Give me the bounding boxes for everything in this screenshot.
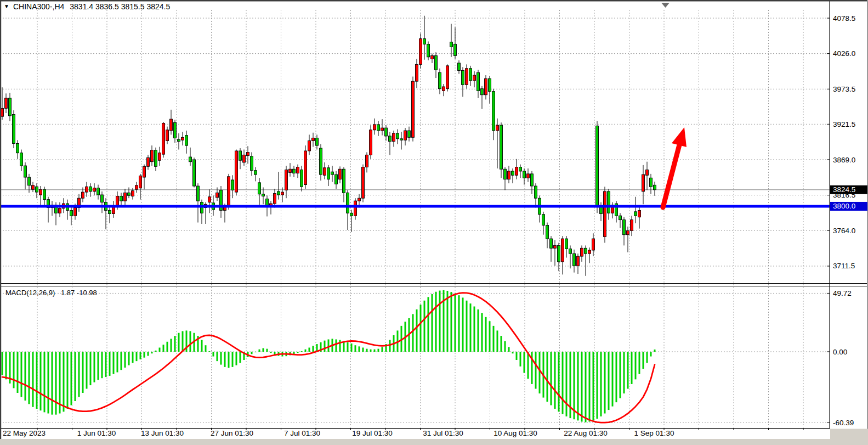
ohlc-readout: 3831.4 3836.5 3815.5 3824.5 xyxy=(70,2,170,11)
svg-text:22 May 2023: 22 May 2023 xyxy=(3,429,46,437)
svg-text:3869.0: 3869.0 xyxy=(833,156,855,164)
svg-text:3824.5: 3824.5 xyxy=(833,185,855,194)
svg-text:27 Jun 01:30: 27 Jun 01:30 xyxy=(211,429,253,437)
svg-text:3800.0: 3800.0 xyxy=(833,202,855,210)
price-badge-3824.5: 3824.5 xyxy=(830,185,867,194)
svg-text:10 Aug 01:30: 10 Aug 01:30 xyxy=(493,429,537,437)
svg-text:0.00: 0.00 xyxy=(833,348,847,356)
svg-text:7 Jul 01:30: 7 Jul 01:30 xyxy=(284,429,320,437)
svg-text:4078.5: 4078.5 xyxy=(833,14,855,22)
macd-name: MACD(12,26,9) xyxy=(5,289,55,297)
mt4-chart-window: 4078.54026.03973.53921.53869.03816.53764… xyxy=(0,0,868,445)
price-badge-3800.0: 3800.0 xyxy=(830,202,867,211)
svg-text:1 Sep 01:30: 1 Sep 01:30 xyxy=(634,429,674,437)
svg-text:13 Jun 01:30: 13 Jun 01:30 xyxy=(141,429,184,437)
svg-text:22 Aug 01:30: 22 Aug 01:30 xyxy=(564,429,608,437)
chart-title: ▼ CHINA300-,H4 3831.4 3836.5 3815.5 3824… xyxy=(4,2,170,11)
svg-text:3711.5: 3711.5 xyxy=(833,262,855,270)
macd-values: 1.87 -10.98 xyxy=(61,289,97,297)
svg-text:1 Jun 01:30: 1 Jun 01:30 xyxy=(77,429,116,437)
svg-text:19 Jul 01:30: 19 Jul 01:30 xyxy=(352,429,393,437)
svg-text:3973.5: 3973.5 xyxy=(833,85,855,93)
svg-text:31 Jul 01:30: 31 Jul 01:30 xyxy=(423,429,463,437)
chart-canvas[interactable]: 4078.54026.03973.53921.53869.03816.53764… xyxy=(0,0,868,445)
support-line[interactable] xyxy=(0,205,830,207)
svg-text:3921.5: 3921.5 xyxy=(833,120,855,128)
svg-text:-60.39: -60.39 xyxy=(833,419,854,427)
macd-indicator-label: MACD(12,26,9) 1.87 -10.98 xyxy=(5,289,97,297)
svg-text:3764.0: 3764.0 xyxy=(833,227,855,235)
symbol-dropdown-icon[interactable]: ▼ xyxy=(4,4,9,9)
symbol-title: CHINA300-,H4 xyxy=(13,2,64,11)
svg-text:4026.0: 4026.0 xyxy=(833,49,855,58)
svg-text:49.72: 49.72 xyxy=(833,289,852,297)
